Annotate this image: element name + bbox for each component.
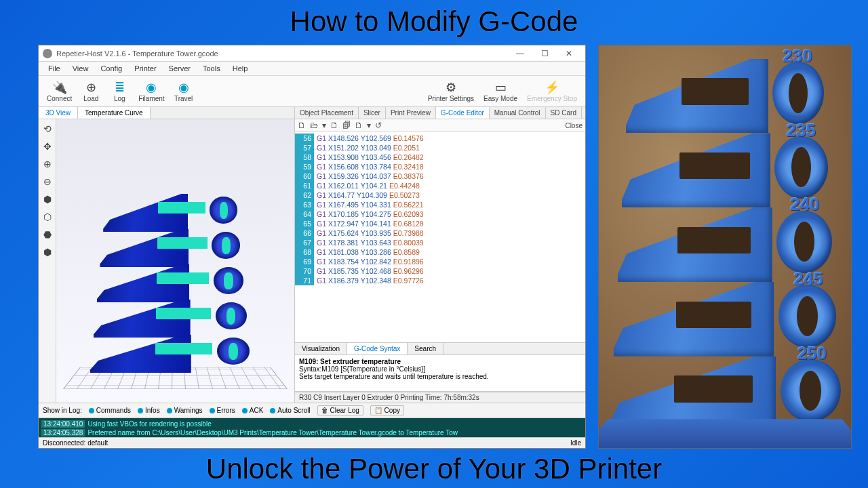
menu-help[interactable]: Help — [227, 63, 254, 74]
tab-object-placement[interactable]: Object Placement — [295, 107, 359, 119]
log-filter-ack[interactable]: ACK — [242, 407, 264, 414]
view-tool-3[interactable]: ⊖ — [41, 175, 54, 188]
editor-tool-5[interactable]: 🗋 — [355, 121, 363, 130]
view-tool-4[interactable]: ⬢ — [41, 192, 54, 206]
gcode-line[interactable]: 65G1 X172.947 Y104.141 E0.68128 — [295, 219, 585, 228]
object-tabs: Object PlacementSlicerPrint PreviewG-Cod… — [295, 107, 585, 119]
load-icon: ⊕ — [83, 80, 98, 95]
menu-file[interactable]: File — [43, 63, 66, 74]
help-panel: M109: Set extruder temperature Syntax:M1… — [295, 355, 585, 392]
log-button[interactable]: ≣Log — [106, 79, 133, 104]
travel-button[interactable]: ◉Travel — [170, 79, 197, 104]
temp-label: 230 — [783, 45, 812, 66]
log-filter-auto scroll[interactable]: Auto Scroll — [270, 407, 310, 414]
editor-tool-0[interactable]: 🗋 — [298, 121, 306, 130]
editor-tool-7[interactable]: ↺ — [375, 121, 382, 130]
show-in-log-label: Show in Log: — [43, 407, 82, 414]
view-tool-1[interactable]: ✥ — [41, 140, 54, 153]
printer-settings-button[interactable]: ⚙Printer Settings — [424, 79, 478, 104]
log-filter-commands[interactable]: Commands — [89, 407, 131, 414]
minimize-button[interactable]: — — [508, 45, 532, 62]
help-syntax: Syntax:M109 [S{Temperature in °Celsius}] — [299, 365, 581, 373]
gcode-line[interactable]: 56G1 X148.526 Y102.569 E0.14576 — [295, 134, 585, 143]
gcode-line[interactable]: 59G1 X156.608 Y103.784 E0.32418 — [295, 162, 585, 171]
help-sub-tabs: VisualizationG-Code SyntaxSearch — [295, 342, 585, 355]
load-button[interactable]: ⊕Load — [77, 79, 104, 104]
log-filter-warnings[interactable]: Warnings — [167, 407, 203, 414]
filament-button[interactable]: ◉Filament — [134, 79, 168, 104]
log-filter-errors[interactable]: Errors — [210, 407, 235, 414]
tab-print-preview[interactable]: Print Preview — [386, 107, 436, 119]
gcode-line[interactable]: 66G1 X175.624 Y103.935 E0.73988 — [295, 228, 585, 238]
temp-label: 235 — [787, 120, 816, 141]
view-body: ⟲✥⊕⊖⬢⬡⬣⬢ — [39, 119, 294, 403]
overlay-title-top: How to Modify G-Code — [0, 5, 868, 38]
log-controls: Show in Log:CommandsInfosWarningsErrorsA… — [39, 403, 585, 418]
gcode-line[interactable]: 71G1 X186.379 Y102.348 E0.97726 — [295, 276, 585, 285]
gcode-line[interactable]: 62G1 X164.77 Y104.309 E0.50273 — [295, 190, 585, 200]
view-tool-7[interactable]: ⬢ — [41, 245, 54, 259]
right-pane: Object PlacementSlicerPrint PreviewG-Cod… — [295, 107, 585, 403]
menu-config[interactable]: Config — [95, 63, 127, 74]
tab-sd-card[interactable]: SD Card — [546, 107, 582, 119]
print-base — [598, 419, 852, 449]
editor-close[interactable]: Close — [565, 122, 583, 129]
main-toolbar: 🔌Connect⊕Load≣Log◉Filament◉Travel⚙Printe… — [39, 76, 585, 107]
tab-slicer[interactable]: Slicer — [359, 107, 386, 119]
clear-log-button[interactable]: 🗑 Clear Log — [317, 405, 363, 415]
connect-button[interactable]: 🔌Connect — [43, 79, 76, 104]
gcode-editor[interactable]: 56G1 X148.526 Y102.569 E0.14576 57G1 X15… — [295, 132, 585, 342]
copy-log-button[interactable]: 📋 Copy — [370, 405, 404, 415]
log-area[interactable]: 13:24:00.410Using fast VBOs for renderin… — [39, 418, 585, 437]
view-tab-temperature-curve[interactable]: Temperature Curve — [78, 107, 151, 119]
titlebar: Repetier-Host V2.1.6 - Temperature Tower… — [39, 45, 585, 62]
gcode-line[interactable]: 63G1 X167.495 Y104.331 E0.56221 — [295, 200, 585, 209]
view-tabs: 3D ViewTemperature Curve — [39, 107, 294, 119]
footer-status: Disconnected: default Idle — [39, 437, 585, 448]
app-window: Repetier-Host V2.1.6 - Temperature Tower… — [38, 45, 586, 449]
editor-tool-4[interactable]: 🗐 — [342, 121, 351, 130]
view-tool-6[interactable]: ⬣ — [41, 228, 54, 241]
view-tool-0[interactable]: ⟲ — [41, 122, 54, 136]
log-icon: ≣ — [112, 80, 127, 95]
app-icon — [43, 49, 52, 58]
gcode-line[interactable]: 69G1 X183.754 Y102.842 E0.91896 — [295, 257, 585, 266]
gcode-line[interactable]: 67G1 X178.381 Y103.643 E0.80039 — [295, 238, 585, 247]
editor-tool-2[interactable]: ▾ — [322, 121, 326, 130]
editor-tool-6[interactable]: ▾ — [367, 121, 371, 130]
gcode-line[interactable]: 64G1 X170.185 Y104.275 E0.62093 — [295, 209, 585, 219]
view-tab-3d-view[interactable]: 3D View — [39, 107, 78, 119]
sub-tab-visualization[interactable]: Visualization — [295, 343, 347, 354]
log-filter-infos[interactable]: Infos — [138, 407, 160, 414]
gcode-line[interactable]: 70G1 X185.735 Y102.468 E0.96296 — [295, 266, 585, 276]
travel-icon: ◉ — [176, 80, 191, 95]
sub-tab-g-code-syntax[interactable]: G-Code Syntax — [347, 343, 408, 354]
maximize-button[interactable]: ☐ — [532, 45, 557, 62]
tab-manual-control[interactable]: Manual Control — [490, 107, 546, 119]
emergency-stop-button[interactable]: ⚡Emergency Stop — [523, 79, 581, 104]
editor-tool-3[interactable]: 🗋 — [330, 121, 338, 130]
overlay-title-bottom: Unlock the Power of Your 3D Printer — [0, 453, 868, 485]
gcode-line[interactable]: 60G1 X159.326 Y104.037 E0.38376 — [295, 171, 585, 181]
model-render — [90, 183, 253, 373]
printed-tower-photo: 230235240245250 — [598, 45, 852, 449]
gcode-line[interactable]: 57G1 X151.202 Y103.049 E0.2051 — [295, 143, 585, 152]
menu-view[interactable]: View — [67, 63, 94, 74]
easy-mode-button[interactable]: ▭Easy Mode — [479, 79, 521, 104]
menu-server[interactable]: Server — [163, 63, 196, 74]
tab-g-code-editor[interactable]: G-Code Editor — [436, 107, 490, 119]
sub-tab-search[interactable]: Search — [408, 343, 443, 354]
view-tool-5[interactable]: ⬡ — [41, 210, 54, 224]
view-tool-2[interactable]: ⊕ — [41, 157, 54, 171]
3d-viewport[interactable] — [56, 119, 294, 403]
gcode-line[interactable]: 58G1 X153.908 Y103.456 E0.26482 — [295, 152, 585, 162]
connect-icon: 🔌 — [52, 80, 67, 95]
temp-label: 240 — [790, 194, 819, 215]
menu-tools[interactable]: Tools — [197, 63, 226, 74]
gcode-line[interactable]: 61G1 X162.011 Y104.21 E0.44248 — [295, 181, 585, 190]
help-desc: Sets target temperature and waits until … — [299, 373, 581, 380]
gcode-line[interactable]: 68G1 X181.038 Y103.286 E0.8589 — [295, 247, 585, 257]
menu-printer[interactable]: Printer — [129, 63, 161, 74]
close-button[interactable]: ✕ — [557, 45, 581, 62]
editor-tool-1[interactable]: 🗁 — [310, 121, 318, 130]
